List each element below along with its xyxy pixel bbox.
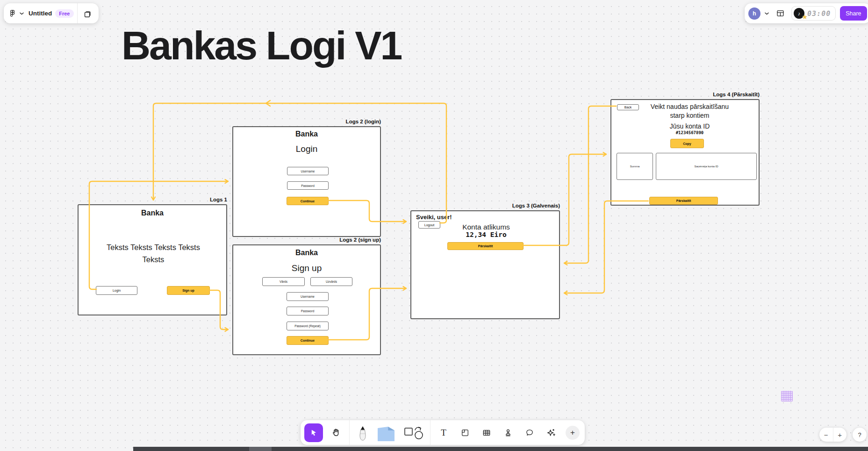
frame-logs4[interactable]: Back Veikt naudas pārskaitīšanu starp ko… [610, 99, 760, 206]
topbar-divider [77, 3, 78, 23]
logs4-recipient-field[interactable]: Saņēmēja konta ID [656, 153, 757, 180]
layout-panels-icon[interactable] [773, 9, 787, 18]
logs3-transfer-button[interactable]: Pārskaitīt [447, 242, 524, 250]
logs4-title-line2: starp kontiem [639, 112, 740, 119]
ai-sparkle-tool[interactable] [543, 423, 560, 442]
timer-time: 03:00 [807, 9, 832, 18]
topbar-left-island: Untitled Free [4, 3, 99, 23]
frame-logs1[interactable]: Banka Teksts Teksts Teksts Teksts Teksts… [78, 204, 227, 315]
text-tool[interactable]: T [435, 423, 452, 442]
music-timer-widget[interactable]: ♪ ★ 03:00 [791, 6, 836, 21]
logs3-greeting: Sveiki, user! [416, 214, 452, 221]
logs4-amount-field[interactable]: Summa [617, 153, 653, 180]
logs4-account-id-title: Jūsu konta ID [639, 122, 740, 130]
logs2-login-continue-button[interactable]: Continue [287, 197, 329, 205]
logs4-title-line1: Veikt naudas pārskaitīšanu [639, 103, 740, 110]
frame-logs3[interactable]: Sveiki, user! Logout Konta atlikums 12,3… [410, 210, 560, 319]
file-name[interactable]: Untitled [29, 10, 52, 17]
avatar-chevron-down-icon[interactable] [765, 12, 769, 15]
share-button[interactable]: Share [840, 6, 867, 21]
mini-grid-widget[interactable] [781, 391, 793, 401]
logs4-transfer-button[interactable]: Pārskaitīt [649, 197, 718, 205]
logs2-signup-heading: Banka [233, 249, 380, 257]
text-tool-glyph: T [441, 428, 446, 438]
help-button[interactable]: ? [853, 428, 867, 442]
logs1-body-text: Teksts Teksts Teksts Teksts Teksts [104, 242, 203, 265]
stamp-tool[interactable] [500, 423, 516, 442]
logs2-signup-username-field[interactable]: Username [287, 292, 329, 301]
logs2-login-heading: Banka [233, 130, 380, 138]
frame-label-logs1: Logs 1 [171, 197, 227, 202]
hand-tool[interactable] [328, 423, 344, 442]
figjam-canvas[interactable]: Bankas Logi V1 Logs 1 Banka Teksts Tekst… [0, 0, 868, 451]
logs2-signup-subheading: Sign up [233, 263, 380, 273]
logs4-account-id-value: #1234567890 [639, 130, 740, 135]
toolbar-divider-2 [430, 420, 430, 445]
comment-bubble-tool[interactable] [521, 423, 538, 442]
logs1-heading: Banka [79, 209, 226, 217]
frame-label-logs4: Logs 4 (Pārskaitīt) [689, 92, 760, 97]
topbar-right-island: h ♪ ★ 03:00 Share [745, 3, 868, 23]
horizontal-scrollbar-thumb[interactable] [249, 447, 272, 451]
chevron-down-icon[interactable] [20, 12, 24, 15]
logs3-logout-button[interactable]: Logout [418, 221, 440, 229]
sticky-note-tool[interactable] [376, 423, 396, 442]
table-tool[interactable] [478, 423, 495, 442]
logs2-signup-firstname-field[interactable]: Vārds [262, 277, 305, 286]
frame-logs2-login[interactable]: Banka Login Username Password Continue [232, 126, 381, 237]
toolbar-divider [349, 420, 350, 445]
logs3-balance-value: 12,34 Eiro [439, 231, 533, 238]
logs2-signup-lastname-field[interactable]: Uzvārds [310, 277, 352, 286]
logs2-signup-password-field[interactable]: Password [287, 307, 329, 315]
logs1-signup-button[interactable]: Sign up [167, 286, 210, 295]
zoom-out-button[interactable]: − [819, 428, 833, 442]
marker-tool[interactable] [354, 423, 371, 442]
plus-icon: + [566, 426, 580, 440]
logs2-login-password-field[interactable]: Password [287, 181, 329, 190]
logs4-back-button[interactable]: Back [617, 104, 639, 110]
duplicate-pages-icon[interactable] [81, 9, 94, 18]
bottom-toolbar: T [301, 420, 585, 445]
avatar[interactable]: h [748, 7, 760, 20]
logs2-signup-password-repeat-field[interactable]: Password (Repeat) [287, 322, 329, 330]
board-title: Bankas Logi V1 [122, 22, 401, 69]
plan-badge[interactable]: Free [55, 9, 73, 18]
music-note-icon: ♪ [798, 11, 801, 16]
frame-label-logs2-login: Logs 2 (login) [325, 119, 381, 124]
logs2-login-subheading: Login [233, 144, 380, 154]
zoom-in-button[interactable]: + [833, 428, 847, 442]
frame-label-logs2-signup: Logs 2 (sign up) [325, 237, 381, 243]
section-tool[interactable] [457, 423, 473, 442]
logs2-login-username-field[interactable]: Username [287, 167, 329, 175]
select-tool[interactable] [304, 423, 323, 442]
logs4-copy-button[interactable]: Copy [670, 139, 704, 148]
horizontal-scrollbar[interactable] [133, 447, 868, 451]
music-disc-icon: ♪ ★ [794, 8, 804, 19]
logs1-login-button[interactable]: Login [96, 286, 137, 295]
figma-logo-icon[interactable] [8, 9, 16, 17]
frame-logs2-signup[interactable]: Banka Sign up Vārds Uzvārds Username Pas… [232, 244, 381, 355]
more-tools-button[interactable]: + [564, 423, 581, 442]
zoom-controls: − + [819, 428, 846, 442]
logs2-signup-continue-button[interactable]: Continue [287, 336, 329, 345]
frame-label-logs3: Logs 3 (Galvenais) [490, 203, 560, 208]
shapes-tool[interactable] [401, 423, 425, 442]
